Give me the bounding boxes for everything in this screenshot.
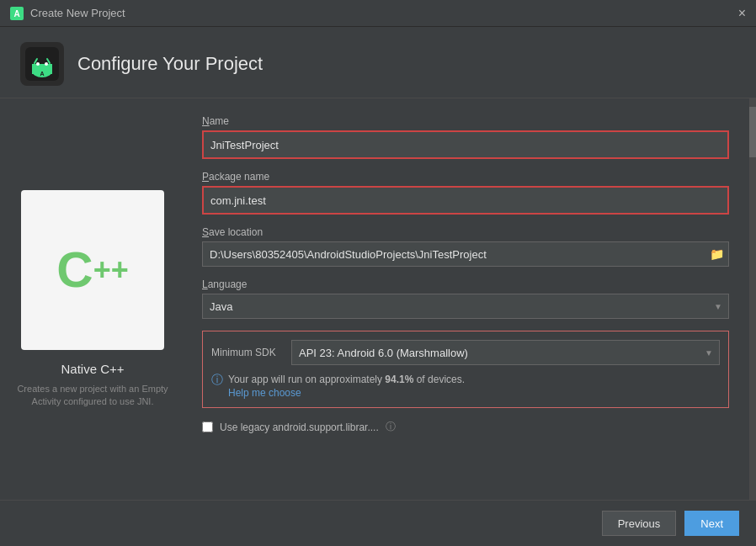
language-select-wrapper: Java Kotlin ▼ (202, 294, 729, 319)
title-bar: A Create New Project × (0, 0, 756, 27)
dialog-footer: Previous Next (0, 500, 756, 546)
svg-text:A: A (40, 71, 44, 77)
name-field-group: NNameame (202, 115, 729, 159)
sdk-info-percentage: 94.1% (385, 374, 413, 385)
left-panel: C ++ Native C++ Creates a new project wi… (0, 98, 185, 500)
next-button[interactable]: Next (684, 511, 739, 536)
sdk-info-text: Your app will run on approximately 94.1%… (228, 372, 465, 399)
language-label: Language (202, 278, 729, 290)
help-question-icon[interactable]: ⓘ (386, 420, 396, 434)
save-location-group: Save location 📁 (202, 226, 729, 267)
svg-point-5 (36, 62, 40, 66)
title-bar-left: A Create New Project (10, 7, 125, 20)
name-input[interactable] (204, 132, 727, 157)
save-location-wrapper: 📁 (202, 241, 729, 267)
help-me-choose-link[interactable]: Help me choose (228, 387, 301, 399)
project-preview: C ++ (21, 190, 164, 350)
sdk-info-suffix: of devices. (413, 374, 465, 385)
sdk-select-wrapper: API 23: Android 6.0 (Marshmallow) API 24… (291, 340, 720, 365)
info-icon: ⓘ (211, 373, 223, 388)
language-select[interactable]: Java Kotlin (202, 294, 729, 319)
save-location-input[interactable] (202, 241, 729, 267)
sdk-info-prefix: Your app will run on approximately (228, 374, 385, 385)
title-bar-title: Create New Project (30, 7, 125, 19)
main-area: C ++ Native C++ Creates a new project wi… (0, 98, 756, 500)
folder-icon[interactable]: 📁 (710, 247, 724, 261)
package-name-field-group: Package name (202, 171, 729, 215)
legacy-checkbox-row: Use legacy android.support.librar.... ⓘ (202, 420, 729, 434)
language-group: Language Java Kotlin ▼ (202, 278, 729, 319)
android-studio-icon: A (10, 7, 24, 20)
name-label: NNameame (202, 115, 729, 127)
cpp-c-letter: C (56, 241, 93, 299)
header-logo: A (20, 42, 64, 86)
minimum-sdk-select[interactable]: API 23: Android 6.0 (Marshmallow) API 24… (291, 340, 720, 365)
legacy-checkbox-label: Use legacy android.support.librar.... (220, 421, 379, 433)
package-label: Package name (202, 171, 729, 183)
sdk-row: Minimum SDK API 23: Android 6.0 (Marshma… (211, 340, 720, 365)
previous-button[interactable]: Previous (602, 511, 677, 536)
minimum-sdk-label: Minimum SDK (211, 347, 283, 358)
minimum-sdk-group: Minimum SDK API 23: Android 6.0 (Marshma… (202, 331, 729, 408)
cpp-plus-sign: ++ (93, 252, 129, 288)
name-label-underline: N (202, 115, 210, 127)
sdk-info-row: ⓘ Your app will run on approximately 94.… (211, 372, 720, 399)
dialog-header: A Configure Your Project (0, 27, 756, 98)
android-logo-icon: A (25, 47, 59, 81)
scrollbar-thumb[interactable] (749, 107, 756, 157)
name-field-highlight (202, 130, 729, 159)
svg-point-6 (45, 62, 48, 66)
dialog-title: Configure Your Project (77, 53, 263, 75)
package-field-highlight (202, 186, 729, 215)
project-description: Creates a new project with an Empty Acti… (17, 383, 168, 409)
project-type-label: Native C++ (61, 362, 124, 376)
legacy-checkbox[interactable] (202, 421, 213, 432)
save-location-label: Save location (202, 226, 729, 238)
package-input[interactable] (204, 188, 727, 213)
scrollbar-track (749, 98, 756, 500)
right-panel: NNameame Package name Save location (185, 98, 749, 500)
close-button[interactable]: × (738, 7, 746, 20)
svg-text:A: A (13, 9, 19, 19)
